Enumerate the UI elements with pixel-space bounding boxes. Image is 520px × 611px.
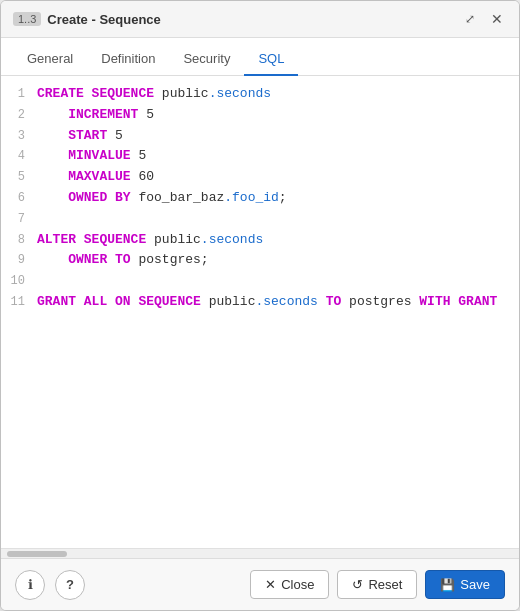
sql-object: .seconds: [255, 294, 317, 309]
line-content: [37, 209, 519, 230]
line-number: 10: [1, 272, 37, 291]
sql-keyword: TO: [318, 294, 349, 309]
close-button[interactable]: ✕ Close: [250, 570, 329, 599]
sql-keyword: MINVALUE: [37, 148, 138, 163]
line-content: OWNED BY foo_bar_baz.foo_id;: [37, 188, 519, 209]
expand-button[interactable]: ⤢: [461, 10, 479, 28]
tab-general[interactable]: General: [13, 43, 87, 76]
sql-keyword: CREATE SEQUENCE: [37, 86, 162, 101]
line-content: ALTER SEQUENCE public.seconds: [37, 230, 519, 251]
footer-left: ℹ ?: [15, 570, 85, 600]
sql-text: 5: [138, 148, 146, 163]
footer: ℹ ? ✕ Close ↺ Reset 💾 Save: [1, 558, 519, 610]
line-number: 8: [1, 231, 37, 250]
sql-keyword: ALTER SEQUENCE: [37, 232, 154, 247]
line-number: 9: [1, 251, 37, 270]
tab-security[interactable]: Security: [169, 43, 244, 76]
tab-definition[interactable]: Definition: [87, 43, 169, 76]
window-close-button[interactable]: ✕: [487, 9, 507, 29]
reset-button[interactable]: ↺ Reset: [337, 570, 417, 599]
code-line: 3 START 5: [1, 126, 519, 147]
dialog: 1..3 Create - Sequence ⤢ ✕ General Defin…: [0, 0, 520, 611]
title-bar-right: ⤢ ✕: [461, 9, 507, 29]
line-number: 3: [1, 127, 37, 146]
reset-btn-icon: ↺: [352, 577, 363, 592]
title-bar-left: 1..3 Create - Sequence: [13, 12, 161, 27]
sql-text: 60: [138, 169, 154, 184]
reset-btn-label: Reset: [368, 577, 402, 592]
sql-text: postgres: [349, 294, 419, 309]
code-line: 2 INCREMENT 5: [1, 105, 519, 126]
line-number: 11: [1, 293, 37, 312]
sql-text: 5: [146, 107, 154, 122]
title-bar: 1..3 Create - Sequence ⤢ ✕: [1, 1, 519, 38]
window-close-icon: ✕: [491, 11, 503, 27]
code-line: 10: [1, 271, 519, 292]
sql-keyword: OWNED BY: [37, 190, 138, 205]
line-content: CREATE SEQUENCE public.seconds: [37, 84, 519, 105]
line-number: 2: [1, 106, 37, 125]
sql-keyword: OWNER TO: [37, 252, 138, 267]
line-content: INCREMENT 5: [37, 105, 519, 126]
sql-text: 5: [115, 128, 123, 143]
help-icon: ?: [66, 577, 74, 592]
code-line: 5 MAXVALUE 60: [1, 167, 519, 188]
code-line: 9 OWNER TO postgres;: [1, 250, 519, 271]
line-content: OWNER TO postgres;: [37, 250, 519, 271]
horizontal-scrollbar[interactable]: [1, 548, 519, 558]
sql-object: .seconds: [201, 232, 263, 247]
line-number: 6: [1, 189, 37, 208]
code-line: 11GRANT ALL ON SEQUENCE public.seconds T…: [1, 292, 519, 313]
scroll-thumb[interactable]: [7, 551, 67, 557]
sql-keyword: START: [37, 128, 115, 143]
help-button[interactable]: ?: [55, 570, 85, 600]
title-badge: 1..3: [13, 12, 41, 26]
sql-text: postgres;: [138, 252, 208, 267]
save-btn-icon: 💾: [440, 578, 455, 592]
line-content: MINVALUE 5: [37, 146, 519, 167]
sql-keyword: MAXVALUE: [37, 169, 138, 184]
code-line: 6 OWNED BY foo_bar_baz.foo_id;: [1, 188, 519, 209]
sql-text: foo_bar_baz: [138, 190, 224, 205]
sql-object: .seconds: [209, 86, 271, 101]
close-btn-icon: ✕: [265, 577, 276, 592]
line-number: 1: [1, 85, 37, 104]
footer-right: ✕ Close ↺ Reset 💾 Save: [250, 570, 505, 599]
sql-editor: 1CREATE SEQUENCE public.seconds2 INCREME…: [1, 76, 519, 548]
line-content: GRANT ALL ON SEQUENCE public.seconds TO …: [37, 292, 519, 313]
line-number: 7: [1, 210, 37, 229]
code-table: 1CREATE SEQUENCE public.seconds2 INCREME…: [1, 84, 519, 313]
line-number: 4: [1, 147, 37, 166]
save-btn-label: Save: [460, 577, 490, 592]
dialog-title: Create - Sequence: [47, 12, 160, 27]
info-icon: ℹ: [28, 577, 33, 592]
sql-text: ;: [279, 190, 287, 205]
sql-keyword: INCREMENT: [37, 107, 146, 122]
code-line: 7: [1, 209, 519, 230]
sql-object: .foo_id: [224, 190, 279, 205]
line-content: MAXVALUE 60: [37, 167, 519, 188]
code-line: 1CREATE SEQUENCE public.seconds: [1, 84, 519, 105]
line-content: START 5: [37, 126, 519, 147]
code-line: 8ALTER SEQUENCE public.seconds: [1, 230, 519, 251]
sql-keyword: GRANT ALL ON SEQUENCE: [37, 294, 209, 309]
save-button[interactable]: 💾 Save: [425, 570, 505, 599]
line-number: 5: [1, 168, 37, 187]
sql-text: public: [209, 294, 256, 309]
line-content: [37, 271, 519, 292]
expand-icon: ⤢: [465, 12, 475, 26]
code-line: 4 MINVALUE 5: [1, 146, 519, 167]
info-button[interactable]: ℹ: [15, 570, 45, 600]
sql-text: public: [162, 86, 209, 101]
tab-bar: General Definition Security SQL: [1, 38, 519, 76]
close-btn-label: Close: [281, 577, 314, 592]
sql-keyword: WITH GRANT: [419, 294, 497, 309]
tab-sql[interactable]: SQL: [244, 43, 298, 76]
sql-text: public: [154, 232, 201, 247]
